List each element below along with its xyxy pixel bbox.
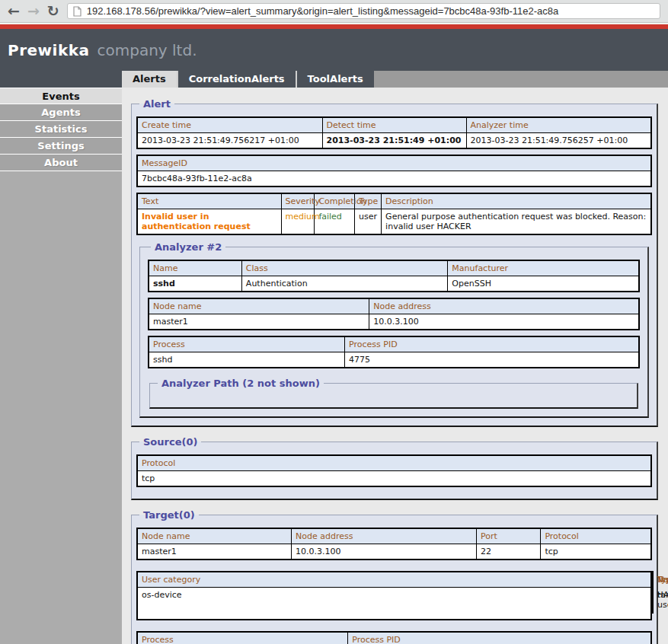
classification-text: Invalid user in authentication request bbox=[137, 209, 281, 235]
analyzer-process-value: sshd bbox=[149, 352, 345, 368]
classification-severity: medium bbox=[281, 209, 315, 235]
reload-icon[interactable]: ↻ bbox=[47, 4, 59, 18]
source-protocol-header: Protocol bbox=[137, 455, 651, 471]
source-protocol-value: tcp bbox=[137, 471, 651, 487]
classification-description: General purpose authentication request w… bbox=[382, 209, 651, 235]
create-time-header: Create time bbox=[137, 117, 322, 133]
main-area: Events Agents Statistics Settings About … bbox=[0, 88, 668, 644]
analyzer-legend: Analyzer #2 bbox=[151, 241, 225, 253]
sidebar-item-about[interactable]: About bbox=[0, 155, 122, 171]
analyzer-section: Analyzer #2 Name Class Manufacturer sshd… bbox=[139, 241, 649, 418]
back-icon[interactable]: ← bbox=[8, 4, 20, 18]
source-section: Source(0) Protocol tcp bbox=[131, 436, 658, 500]
analyzer-node-address-value: 10.0.3.100 bbox=[369, 314, 639, 330]
analyzer-name-value: sshd bbox=[149, 276, 241, 292]
target-node-name-header: Node name bbox=[137, 528, 292, 544]
description-header: Description bbox=[382, 193, 651, 209]
target-process-pid-header: Process PID bbox=[348, 632, 651, 644]
analyzer-process-pid-header: Process PID bbox=[345, 336, 639, 352]
target-node-address-value: 10.0.3.100 bbox=[292, 544, 477, 560]
tab-correlationalerts[interactable]: CorrelationAlerts bbox=[177, 71, 296, 88]
sidebar-item-agents[interactable]: Agents bbox=[0, 104, 122, 121]
target-user-block: User category os-device Type Name Number… bbox=[136, 566, 652, 626]
classification-type: user bbox=[355, 209, 382, 235]
red-accent-bar bbox=[0, 23, 668, 29]
target-port-header: Port bbox=[477, 528, 541, 544]
analyzer-node-name-header: Node name bbox=[149, 298, 369, 314]
app-header: Prewikka company ltd. bbox=[0, 29, 668, 71]
analyzer-manufacturer-value: OpenSSH bbox=[448, 276, 639, 292]
target-protocol-value: tcp bbox=[541, 544, 651, 560]
completion-header: Completion bbox=[315, 193, 355, 209]
classification-table: Text Severity Completion Type Descriptio… bbox=[136, 193, 652, 235]
analyzer-path-legend: Analyzer Path (2 not shown) bbox=[158, 378, 324, 389]
severity-header: Severity bbox=[281, 193, 315, 209]
target-port-value: 22 bbox=[477, 544, 541, 560]
analyzer-path-body bbox=[155, 391, 632, 406]
target-protocol-header: Protocol bbox=[541, 528, 651, 544]
tab-bar-filler bbox=[374, 71, 668, 88]
forward-icon[interactable]: → bbox=[27, 4, 40, 18]
content-area: Alert Create time Detect time Analyzer t… bbox=[122, 88, 668, 644]
brand-suffix: company ltd. bbox=[97, 41, 197, 59]
tab-bar-spacer bbox=[0, 71, 122, 88]
analyzer-info-table: Name Class Manufacturer sshd Authenticat… bbox=[148, 260, 640, 292]
detect-time-header: Detect time bbox=[322, 117, 466, 133]
detect-time-value: 2013-03-23 21:51:49 +01:00 bbox=[322, 133, 466, 149]
analyzer-manufacturer-header: Manufacturer bbox=[448, 260, 639, 276]
type-header: Type bbox=[355, 193, 382, 209]
analyzer-node-table: Node name Node address master1 10.0.3.10… bbox=[148, 298, 640, 330]
analyzer-class-value: Authentication bbox=[241, 276, 447, 292]
target-node-address-header: Node address bbox=[292, 528, 477, 544]
analyzer-path-section: Analyzer Path (2 not shown) bbox=[149, 378, 638, 409]
target-process-table: Process Process PID sshd 4775 bbox=[136, 631, 652, 644]
messageid-header: MessageID bbox=[137, 155, 651, 171]
analyzer-time-value: 2013-03-23 21:51:49.756257 +01:00 bbox=[466, 133, 651, 149]
analyzer-class-header: Class bbox=[241, 260, 447, 276]
classification-completion: failed bbox=[315, 209, 355, 235]
analyzer-name-header: Name bbox=[149, 260, 241, 276]
target-node-name-value: master1 bbox=[137, 544, 292, 560]
tab-alerts[interactable]: Alerts bbox=[122, 71, 177, 88]
analyzer-process-pid-value: 4775 bbox=[345, 352, 639, 368]
tab-bar: Alerts CorrelationAlerts ToolAlerts bbox=[0, 71, 668, 88]
target-section: Target(0) Node name Node address Port Pr… bbox=[131, 509, 658, 644]
sidebar-item-events[interactable]: Events bbox=[0, 88, 122, 104]
user-id-table: Type Name Number Tty target-user HACKER bbox=[652, 571, 654, 614]
user-category-value: os-device bbox=[137, 588, 651, 620]
messageid-value: 7bcbc48a-93fb-11e2-ac8a bbox=[137, 171, 651, 187]
analyzer-process-table: Process Process PID sshd 4775 bbox=[148, 336, 640, 368]
user-category-table: User category os-device bbox=[136, 571, 652, 620]
target-legend: Target(0) bbox=[139, 509, 199, 521]
analyzer-time-header: Analyzer time bbox=[466, 117, 651, 133]
alert-section: Alert Create time Detect time Analyzer t… bbox=[131, 98, 658, 427]
sidebar: Events Agents Statistics Settings About bbox=[0, 88, 122, 644]
user-category-header: User category bbox=[137, 572, 651, 588]
source-legend: Source(0) bbox=[139, 436, 201, 448]
browser-toolbar: ← → ↻ 192.168.178.56/prewikka/?view=aler… bbox=[0, 0, 668, 23]
sidebar-item-settings[interactable]: Settings bbox=[0, 138, 122, 155]
analyzer-node-address-header: Node address bbox=[369, 298, 639, 314]
url-text: 192.168.178.56/prewikka/?view=alert_summ… bbox=[87, 5, 558, 17]
text-header: Text bbox=[137, 193, 281, 209]
target-node-table: Node name Node address Port Protocol mas… bbox=[136, 528, 652, 560]
brand-logo: Prewikka bbox=[8, 41, 90, 59]
page-icon bbox=[73, 6, 82, 17]
analyzer-process-header: Process bbox=[149, 336, 345, 352]
analyzer-node-name-value: master1 bbox=[149, 314, 369, 330]
address-bar[interactable]: 192.168.178.56/prewikka/?view=alert_summ… bbox=[67, 3, 660, 19]
target-process-header: Process bbox=[137, 632, 348, 644]
alert-times-table: Create time Detect time Analyzer time 20… bbox=[136, 116, 652, 149]
source-protocol-table: Protocol tcp bbox=[136, 454, 652, 487]
create-time-value: 2013-03-23 21:51:49.756217 +01:00 bbox=[137, 133, 322, 149]
tab-toolalerts[interactable]: ToolAlerts bbox=[296, 71, 374, 88]
alert-legend: Alert bbox=[139, 98, 174, 110]
messageid-table: MessageID 7bcbc48a-93fb-11e2-ac8a bbox=[136, 155, 652, 187]
sidebar-item-statistics[interactable]: Statistics bbox=[0, 121, 122, 138]
